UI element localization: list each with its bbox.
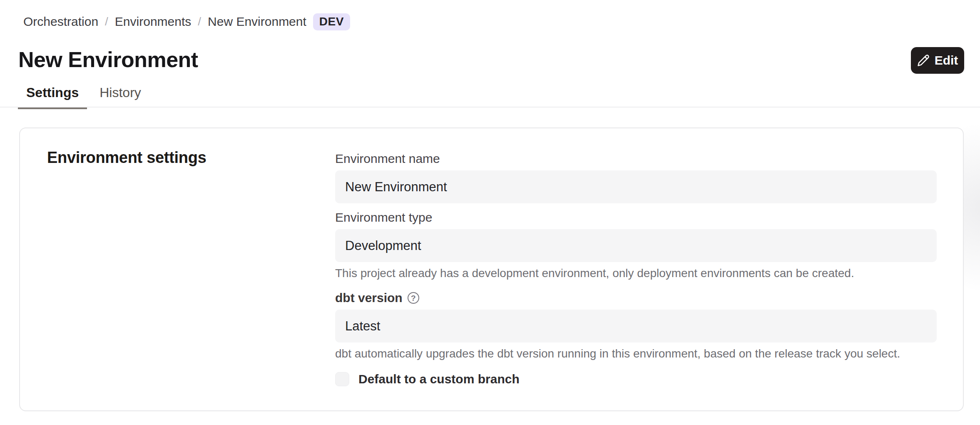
environment-dev-badge: DEV bbox=[313, 13, 350, 30]
page-title: New Environment bbox=[18, 47, 198, 72]
breadcrumb: Orchestration / Environments / New Envir… bbox=[23, 12, 350, 31]
environment-name-field[interactable]: New Environment bbox=[335, 170, 937, 203]
custom-branch-checkbox[interactable] bbox=[335, 372, 349, 386]
edit-button[interactable]: Edit bbox=[911, 47, 964, 74]
tab-history[interactable]: History bbox=[91, 84, 149, 109]
environment-type-value: Development bbox=[345, 238, 421, 253]
environment-type-helper: This project already has a development e… bbox=[335, 266, 937, 281]
breadcrumb-separator: / bbox=[198, 15, 201, 28]
breadcrumb-environments[interactable]: Environments bbox=[115, 15, 191, 29]
tab-settings[interactable]: Settings bbox=[18, 84, 87, 109]
dbt-version-value: Latest bbox=[345, 319, 380, 334]
dbt-version-helper: dbt automatically upgrades the dbt versi… bbox=[335, 346, 937, 361]
environment-name-label: Environment name bbox=[335, 151, 937, 167]
pencil-icon bbox=[917, 54, 930, 67]
dbt-version-field[interactable]: Latest bbox=[335, 310, 937, 342]
edit-button-label: Edit bbox=[935, 53, 958, 68]
dbt-version-label: dbt version ? bbox=[335, 290, 937, 306]
environment-settings-card: Environment settings Environment name Ne… bbox=[19, 128, 964, 411]
environment-type-label: Environment type bbox=[335, 210, 937, 225]
breadcrumb-orchestration[interactable]: Orchestration bbox=[23, 15, 98, 29]
environment-type-field[interactable]: Development bbox=[335, 229, 937, 262]
breadcrumb-current-page: New Environment bbox=[208, 15, 306, 29]
tab-bar: Settings History bbox=[18, 84, 149, 109]
settings-form: Environment name New Environment Environ… bbox=[335, 151, 937, 386]
card-heading: Environment settings bbox=[47, 148, 206, 168]
environment-name-value: New Environment bbox=[345, 180, 447, 195]
custom-branch-label[interactable]: Default to a custom branch bbox=[358, 372, 520, 386]
tab-bar-divider bbox=[0, 107, 980, 108]
breadcrumb-separator: / bbox=[105, 15, 108, 28]
custom-branch-row: Default to a custom branch bbox=[335, 372, 937, 386]
help-icon[interactable]: ? bbox=[408, 292, 419, 304]
new-environment-page: Orchestration / Environments / New Envir… bbox=[0, 0, 980, 425]
